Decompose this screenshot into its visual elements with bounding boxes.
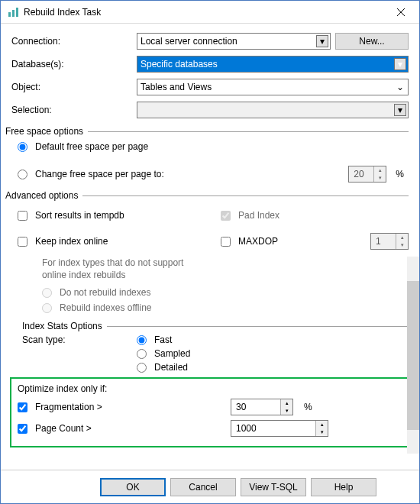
connection-select[interactable]: Local server connection ▾ <box>137 33 331 50</box>
scan-sampled-radio[interactable] <box>137 349 147 359</box>
databases-label: Database(s): <box>11 59 137 69</box>
optimize-section: Optimize index only if: Fragmentation > … <box>10 377 409 447</box>
rebuild-offline-radio <box>42 303 52 313</box>
online-note: For index types that do not support onli… <box>42 257 187 281</box>
advanced-legend: Advanced options <box>5 190 78 201</box>
object-label: Object: <box>11 82 137 92</box>
scan-detailed-radio[interactable] <box>137 363 147 373</box>
window-title: Rebuild Index Task <box>24 7 384 18</box>
freespace-legend: Free space options <box>5 126 83 137</box>
percent-label: % <box>396 169 404 179</box>
help-button[interactable]: Help <box>311 478 376 496</box>
chevron-down-icon: ▾ <box>394 104 406 116</box>
close-button[interactable] <box>384 2 418 23</box>
maxdop-input: ▴▾ <box>370 233 409 250</box>
selection-select[interactable]: ▾ <box>137 102 409 118</box>
fragmentation-checkbox[interactable] <box>18 402 27 412</box>
pagecount-input[interactable]: ▴▾ <box>231 420 328 437</box>
fragmentation-label: Fragmentation > <box>35 402 226 412</box>
pad-index-label: Pad Index <box>238 210 279 221</box>
scrollbar-thumb[interactable] <box>407 281 419 430</box>
freespace-default-label: Default free space per page <box>35 141 148 152</box>
sort-tempdb-checkbox[interactable] <box>18 211 27 221</box>
new-button[interactable]: New... <box>335 33 409 50</box>
svg-rect-2 <box>16 8 18 17</box>
pagecount-checkbox[interactable] <box>18 424 27 434</box>
maxdop-checkbox[interactable] <box>221 237 231 247</box>
optimize-header: Optimize index only if: <box>18 383 401 394</box>
keep-online-checkbox[interactable] <box>18 237 27 247</box>
pad-index-checkbox <box>221 211 231 221</box>
keep-online-label: Keep index online <box>35 236 108 247</box>
chevron-down-icon: ▾ <box>394 58 406 70</box>
svg-rect-1 <box>12 10 15 17</box>
svg-rect-0 <box>8 12 11 17</box>
footer: OK Cancel View T-SQL Help <box>1 470 419 503</box>
object-select[interactable]: Tables and Views ⌄ <box>137 79 409 95</box>
chevron-down-icon: ▾ <box>316 35 328 47</box>
freespace-default-radio[interactable] <box>18 142 27 152</box>
freespace-change-label: Change free space per page to: <box>35 169 164 179</box>
freespace-value-input: ▴▾ <box>348 166 386 183</box>
pagecount-label: Page Count > <box>35 423 226 434</box>
scan-type-label: Scan type: <box>22 334 129 373</box>
sort-tempdb-label: Sort results in tempdb <box>35 210 124 221</box>
chevron-down-icon: ⌄ <box>394 81 406 93</box>
percent-label: % <box>304 402 312 412</box>
titlebar: Rebuild Index Task <box>1 1 419 24</box>
selection-label: Selection: <box>11 105 137 115</box>
app-icon <box>7 6 19 18</box>
fragmentation-input[interactable]: ▴▾ <box>231 399 293 415</box>
scrollbar[interactable] <box>407 257 419 454</box>
stats-legend: Index Stats Options <box>22 321 102 331</box>
no-rebuild-radio <box>42 288 52 298</box>
ok-button[interactable]: OK <box>100 478 166 496</box>
close-icon <box>397 8 405 16</box>
maxdop-label: MAXDOP <box>238 236 278 247</box>
rebuild-offline-label: Rebuild indexes offline <box>60 302 152 313</box>
no-rebuild-label: Do not rebuild indexes <box>60 287 150 298</box>
databases-select[interactable]: Specific databases ▾ <box>137 56 409 73</box>
connection-label: Connection: <box>11 36 137 47</box>
view-tsql-button[interactable]: View T-SQL <box>241 478 306 496</box>
cancel-button[interactable]: Cancel <box>170 478 236 496</box>
scan-fast-radio[interactable] <box>137 335 147 345</box>
freespace-change-radio[interactable] <box>18 170 27 179</box>
